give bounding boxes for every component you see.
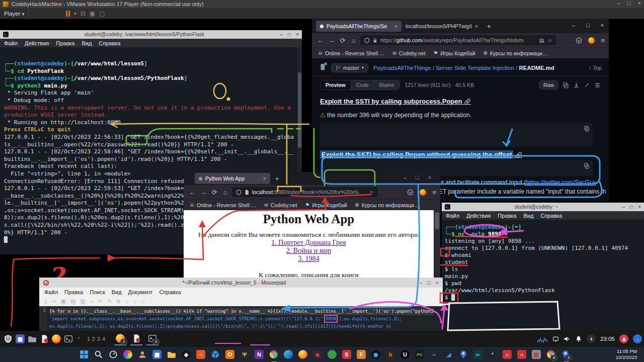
- reload-button[interactable]: ⟳: [338, 37, 347, 44]
- camera-app[interactable]: ◉: [370, 348, 381, 360]
- bookmark-item[interactable]: ⊕Курсы по информаци…: [483, 50, 547, 56]
- file-explorer[interactable]: [166, 348, 177, 360]
- firefox-host-app[interactable]: [297, 348, 308, 360]
- new-icon[interactable]: ▯: [44, 298, 47, 305]
- app-menu-icon[interactable]: ≡: [432, 189, 436, 196]
- teal-app[interactable]: ∞: [472, 348, 484, 360]
- edit-pencil-icon[interactable]: [584, 82, 590, 88]
- bookmark-item[interactable]: wCodeby.net: [392, 50, 425, 56]
- vmware-pause-caret[interactable]: ▾: [74, 11, 76, 16]
- minimize-button[interactable]: –: [280, 32, 283, 37]
- orange-tool-app[interactable]: O: [224, 348, 235, 360]
- pycharm-app[interactable]: PC: [414, 348, 425, 360]
- new-tab-button[interactable]: +: [487, 23, 491, 30]
- chrome-app[interactable]: [268, 348, 279, 360]
- menu-item-Вид[interactable]: Вид: [82, 40, 92, 46]
- vmware-ctrl-alt-del-icon[interactable]: ⊟: [80, 10, 86, 17]
- book-link[interactable]: 2. Война и мир: [184, 247, 434, 255]
- map-pin-app[interactable]: [458, 348, 469, 360]
- tab-preview[interactable]: Preview: [320, 80, 351, 89]
- tab-payloadsallthethings[interactable]: PayloadsAllTheThings/Se ×: [316, 21, 401, 32]
- menu-item-Документ[interactable]: Документ: [128, 289, 153, 295]
- copy-code-icon[interactable]: [584, 126, 590, 132]
- vmware-pause-button[interactable]: [66, 11, 70, 17]
- file-manager[interactable]: [26, 333, 38, 345]
- panel-expander[interactable]: ^: [77, 336, 80, 342]
- page-scrollbar[interactable]: [434, 210, 440, 280]
- copy-code-icon[interactable]: [584, 163, 590, 169]
- search-icon[interactable]: [93, 348, 104, 360]
- save-icon[interactable]: ▣: [61, 298, 66, 305]
- ubuntu-app[interactable]: ○: [195, 348, 206, 360]
- circuit-app[interactable]: Ψ: [239, 348, 250, 360]
- tab-close-icon[interactable]: ×: [263, 175, 266, 182]
- window-close-button[interactable]: ×: [428, 174, 431, 180]
- cpu-graph-icon[interactable]: [537, 335, 548, 343]
- copy-raw-icon[interactable]: [562, 82, 569, 88]
- tab-close-icon[interactable]: ×: [475, 23, 478, 29]
- terminal-titlebar[interactable]: >_ student@codeby: /var/www/html/lesson5…: [0, 30, 302, 39]
- code-block-subprocess[interactable]: {{''.__class__.mro()[1].__subclasses__()…: [320, 123, 593, 147]
- terminal-launcher[interactable]: [62, 333, 74, 345]
- bookmark-item[interactable]: wCodeby.net: [264, 202, 297, 208]
- bookmark-star-icon[interactable]: ☆: [369, 189, 374, 195]
- jump-icon[interactable]: ∩: [141, 299, 145, 305]
- vmware-fullscreen-icon[interactable]: ▣: [90, 10, 95, 17]
- menu-item-Действия[interactable]: Действия: [466, 213, 491, 219]
- green-app[interactable]: [327, 348, 338, 360]
- window-minimize-button[interactable]: –: [572, 22, 575, 28]
- close-button[interactable]: ×: [436, 280, 439, 286]
- s-app[interactable]: S: [341, 348, 352, 360]
- twitter-link[interactable]: https://twitter.com/SecGus: [526, 179, 596, 186]
- tab-localhost-phptwig[interactable]: localhost/lesson5/PHPTwig/i ×: [401, 21, 482, 32]
- window-minimize-button[interactable]: –: [404, 174, 407, 180]
- menu-item-Правка[interactable]: Правка: [64, 289, 83, 295]
- bookmark-item[interactable]: ⚑Игры Кодебай: [434, 50, 475, 56]
- f-app[interactable]: F: [356, 348, 367, 360]
- start-button[interactable]: [78, 348, 90, 360]
- volume-icon[interactable]: [564, 335, 571, 342]
- home-button[interactable]: ⌂: [221, 189, 230, 196]
- power-manager-icon[interactable]: [587, 334, 596, 343]
- calendar-app[interactable]: ▦: [151, 348, 163, 360]
- unreal-app[interactable]: U: [399, 348, 411, 360]
- back-button[interactable]: ←: [188, 189, 197, 196]
- outline-icon[interactable]: [594, 82, 601, 88]
- menu-item-Справка[interactable]: Справка: [99, 40, 120, 46]
- mousepad-code[interactable]: {% for x in ().__class__.__base__.__subc…: [47, 306, 434, 331]
- save-as-icon[interactable]: ▤: [70, 298, 75, 305]
- undo-icon[interactable]: ↶: [98, 298, 102, 305]
- mousepad-text-area[interactable]: 1 {% for x in ().__class__.__base__.__su…: [39, 306, 443, 331]
- bookmark-star-icon[interactable]: ☆: [548, 37, 552, 43]
- top-link[interactable]: ↑ Top: [589, 65, 602, 71]
- revert-icon[interactable]: ▥: [80, 298, 85, 305]
- chrome-profile-app[interactable]: A: [545, 348, 556, 360]
- mousepad-window-button[interactable]: [130, 332, 142, 345]
- breadcrumb-repo-link[interactable]: PayloadsAllTheThings: [373, 65, 431, 71]
- edge-app[interactable]: [283, 348, 294, 360]
- home-button[interactable]: ⌂: [349, 37, 358, 44]
- forward-button[interactable]: →: [327, 37, 336, 44]
- menu-item-Файл[interactable]: Файл: [44, 289, 58, 295]
- minimize-button[interactable]: –: [420, 280, 423, 286]
- window-close-button[interactable]: ×: [601, 22, 604, 28]
- url-bar[interactable]: localhost:8080/index?book={%%20for%20x% …: [232, 187, 378, 197]
- mousepad-launcher[interactable]: [38, 333, 50, 345]
- book-link[interactable]: 1. Портрет Дориана Грея: [184, 239, 434, 247]
- gear-app-1[interactable]: ☼: [502, 348, 513, 360]
- breadcrumb-folder-link[interactable]: Server Side Template Injection: [436, 65, 514, 71]
- close-file-icon[interactable]: ×: [90, 299, 93, 305]
- apps-grid[interactable]: ▦: [14, 333, 26, 345]
- onenote-app[interactable]: N: [254, 348, 265, 360]
- firefox-window-button[interactable]: 2: [114, 332, 126, 345]
- download-icon[interactable]: [573, 82, 580, 88]
- replace-icon[interactable]: ○: [133, 299, 137, 305]
- vm-clock[interactable]: 23:05: [600, 336, 615, 342]
- blender-app[interactable]: b: [385, 348, 396, 360]
- firefox-launcher[interactable]: [50, 333, 62, 345]
- open-icon[interactable]: ▱: [52, 298, 56, 305]
- maximize-button[interactable]: □: [428, 280, 431, 286]
- vmware-maximize-button[interactable]: □: [627, 0, 631, 6]
- terminal-titlebar[interactable]: >_ student@codeby: ~ – □ ×: [442, 203, 644, 211]
- tab-python-web-app[interactable]: Python Web App ×: [195, 173, 270, 184]
